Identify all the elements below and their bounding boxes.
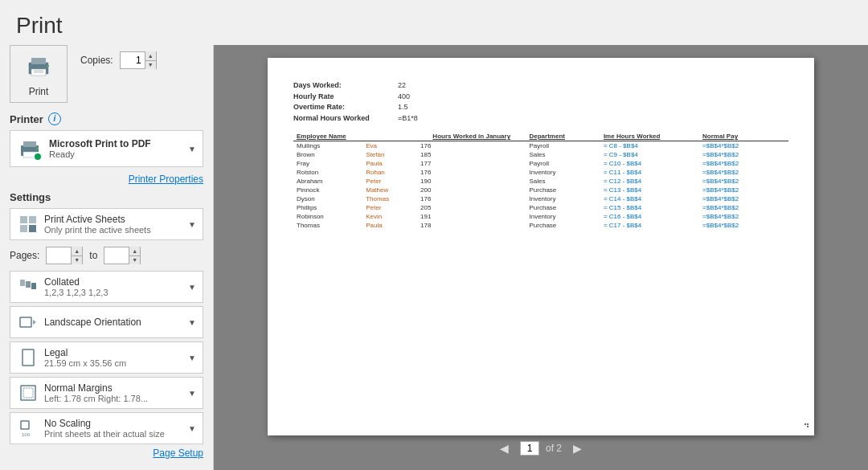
collated-main: Collated (44, 276, 183, 288)
page-preview: Days Worked: 22 Hourly Rate 400 Overtime… (268, 58, 814, 435)
margins-sub: Left: 1.78 cm Right: 1.78... (44, 394, 183, 403)
printer-properties-link[interactable]: Printer Properties (10, 174, 203, 185)
settings-print-active-sheets[interactable]: Print Active Sheets Only print the activ… (10, 208, 203, 240)
cell-1-1: Stefan (362, 150, 417, 159)
print-button-label: Print (29, 86, 49, 97)
print-button[interactable]: Print (10, 45, 68, 103)
cell-7-3: Purchase (526, 203, 600, 212)
pages-to-input-wrap: ▲ ▼ (104, 247, 141, 264)
svg-rect-24 (805, 423, 806, 425)
page-title: Print (0, 0, 868, 45)
meta-row-2: Overtime Rate: 1.5 (293, 102, 788, 113)
pages-from-increment[interactable]: ▲ (72, 247, 82, 255)
cell-5-1: Mathew (362, 186, 417, 194)
cell-6-2: 176 (417, 194, 526, 203)
preview-area: Days Worked: 22 Hourly Rate 400 Overtime… (227, 58, 855, 435)
pages-label: Pages: (10, 250, 39, 261)
orientation-text: Landscape Orientation (44, 317, 183, 328)
cell-4-5 (690, 177, 699, 186)
pages-to-increment[interactable]: ▲ (129, 247, 140, 255)
settings-orientation[interactable]: Landscape Orientation ▼ (10, 306, 203, 338)
col-header-2: Hours Worked in January (417, 132, 526, 141)
table-row: ThomasPaula178Purchase= C17 - $B$4=$B$4*… (293, 221, 788, 230)
scaling-text: No Scaling Print sheets at their actual … (44, 418, 183, 439)
copies-decrement[interactable]: ▼ (145, 60, 156, 70)
preview-meta: Days Worked: 22 Hourly Rate 400 Overtime… (293, 80, 788, 124)
settings-collated[interactable]: Collated 1,2,3 1,2,3 1,2,3 ▼ (10, 271, 203, 303)
navigation-bar: ◀ 1 of 2 ▶ (227, 435, 855, 458)
active-sheets-sub: Only print the active sheets (44, 225, 183, 235)
svg-rect-25 (807, 423, 809, 425)
printer-section-header: Printer i (10, 112, 203, 125)
copies-input[interactable] (121, 52, 145, 68)
cell-1-3: Sales (526, 150, 600, 159)
cell-6-4: = C14 - $B$4 (600, 194, 690, 203)
printer-name: Microsoft Print to PDF (49, 138, 182, 149)
paper-sub: 21.59 cm x 35.56 cm (44, 358, 183, 368)
table-row: PinnockMathew200Purchase= C13 - $B$4=$B$… (293, 186, 788, 194)
printer-dropdown-arrow: ▼ (188, 145, 196, 153)
table-row: RolstonRohan176Inventory= C11 - $B$4=$B$… (293, 168, 788, 177)
printer-box[interactable]: Microsoft Print to PDF Ready ▼ (10, 130, 203, 167)
info-icon[interactable]: i (48, 112, 61, 125)
cell-9-4: = C17 - $B$4 (600, 221, 690, 230)
copies-increment[interactable]: ▲ (145, 51, 156, 60)
margins-arrow: ▼ (188, 389, 196, 398)
active-sheets-text: Print Active Sheets Only print the activ… (44, 214, 183, 235)
meta-value-2: 1.5 (398, 102, 408, 113)
col-header-3: Department (526, 132, 600, 141)
meta-row-3: Normal Hours Worked =B1*8 (293, 113, 788, 125)
pages-from-input[interactable] (47, 247, 71, 264)
meta-label-2: Overtime Rate: (293, 102, 398, 113)
copies-area: Copies: ▲ ▼ (80, 51, 157, 69)
table-row: AbrahamPeter190Sales= C12 - $B$4=$B$4*$B… (293, 177, 788, 186)
collated-icon (17, 276, 39, 298)
cell-2-5 (690, 159, 699, 168)
meta-value-3: =B1*8 (398, 113, 418, 125)
meta-label-3: Normal Hours Worked (293, 113, 398, 125)
pages-row: Pages: ▲ ▼ to ▲ ▼ (10, 243, 203, 268)
pages-to-input[interactable] (104, 247, 129, 264)
corner-resize-icon (800, 418, 809, 431)
next-page-button[interactable]: ▶ (568, 440, 587, 456)
active-sheets-icon (17, 213, 39, 235)
cell-6-5 (690, 194, 699, 203)
cell-1-5 (690, 150, 699, 159)
cell-9-3: Purchase (526, 221, 600, 230)
cell-0-5 (690, 141, 699, 151)
paper-text: Legal 21.59 cm x 35.56 cm (44, 347, 183, 368)
prev-page-button[interactable]: ◀ (495, 440, 514, 456)
settings-margins[interactable]: Normal Margins Left: 1.78 cm Right: 1.78… (10, 377, 203, 409)
cell-0-6: =$B$4*$B$2 (699, 141, 788, 151)
table-row: BrownStefan185Sales= C9 - $B$4=$B$4*$B$2 (293, 150, 788, 159)
cell-6-0: Dyson (293, 194, 362, 203)
cell-7-1: Peter (362, 203, 417, 212)
cell-2-6: =$B$4*$B$2 (699, 159, 788, 168)
meta-label-0: Days Worked: (293, 80, 398, 92)
printer-icon (24, 51, 53, 83)
svg-rect-22 (21, 421, 29, 429)
cell-7-4: = C15 - $B$4 (600, 203, 690, 212)
cell-4-2: 190 (417, 177, 526, 186)
active-sheets-arrow: ▼ (188, 220, 196, 229)
copies-label: Copies: (80, 55, 113, 66)
copies-spinners: ▲ ▼ (145, 51, 156, 69)
cell-2-0: Fray (293, 159, 362, 168)
cell-5-5 (690, 186, 699, 194)
cell-4-1: Peter (362, 177, 417, 186)
pages-to-decrement[interactable]: ▼ (129, 255, 140, 265)
cell-3-0: Rolston (293, 168, 362, 177)
cell-2-4: = C10 - $B$4 (600, 159, 690, 168)
cell-6-6: =$B$4*$B$2 (699, 194, 788, 203)
meta-value-0: 22 (398, 80, 406, 92)
settings-paper[interactable]: Legal 21.59 cm x 35.56 cm ▼ (10, 341, 203, 374)
settings-scaling[interactable]: 100 No Scaling Print sheets at their act… (10, 412, 203, 444)
left-panel: Print Copies: ▲ ▼ Printer i (0, 45, 213, 470)
to-label: to (89, 250, 97, 261)
page-setup-link[interactable]: Page Setup (10, 448, 203, 459)
margins-main: Normal Margins (44, 382, 183, 394)
scaling-main: No Scaling (44, 418, 183, 429)
pages-from-decrement[interactable]: ▼ (72, 255, 82, 265)
cell-4-0: Abraham (293, 177, 362, 186)
svg-rect-1 (31, 58, 46, 64)
